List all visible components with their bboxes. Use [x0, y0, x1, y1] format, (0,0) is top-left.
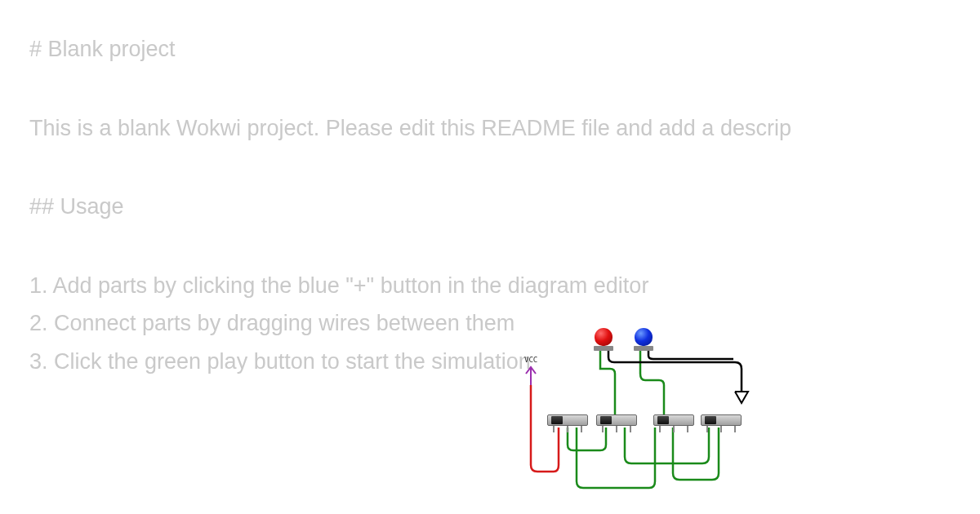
switch-body	[547, 414, 588, 426]
switch-body	[653, 414, 694, 426]
led-bulb-icon	[635, 328, 653, 346]
wire-signal-2	[577, 428, 655, 488]
readme-h1: # Blank project	[29, 33, 951, 66]
circuit-diagram[interactable]: VCC	[490, 326, 768, 490]
wire-gnd-2	[648, 349, 733, 359]
wire-gnd-1	[608, 349, 742, 392]
slide-switch-4[interactable]	[701, 414, 742, 434]
readme-step-1: 1. Add parts by clicking the blue "+" bu…	[29, 269, 951, 303]
led-red[interactable]	[595, 328, 612, 351]
led-blue[interactable]	[635, 328, 653, 351]
switch-pins	[653, 426, 694, 432]
slide-switch-3[interactable]	[653, 414, 694, 434]
readme-paragraph: This is a blank Wokwi project. Please ed…	[29, 112, 951, 145]
switch-body	[596, 414, 637, 426]
gnd-symbol-icon	[735, 392, 748, 403]
readme-h2: ## Usage	[29, 190, 951, 224]
slide-switch-1[interactable]	[547, 414, 588, 434]
switch-pins	[547, 426, 588, 432]
vcc-arrow-icon	[526, 367, 536, 385]
switch-pins	[596, 426, 637, 432]
switch-knob-icon	[551, 416, 563, 424]
vcc-label: VCC	[524, 356, 537, 364]
led-base	[594, 346, 613, 351]
switch-knob-icon	[657, 416, 669, 424]
switch-knob-icon	[600, 416, 612, 424]
wire-signal-6	[673, 428, 719, 480]
slide-switch-2[interactable]	[596, 414, 637, 434]
led-base	[634, 346, 653, 351]
diagram-wires	[490, 326, 768, 490]
switch-knob-icon	[705, 416, 716, 424]
switch-pins	[701, 426, 742, 432]
switch-body	[701, 414, 742, 426]
led-bulb-icon	[595, 328, 612, 346]
